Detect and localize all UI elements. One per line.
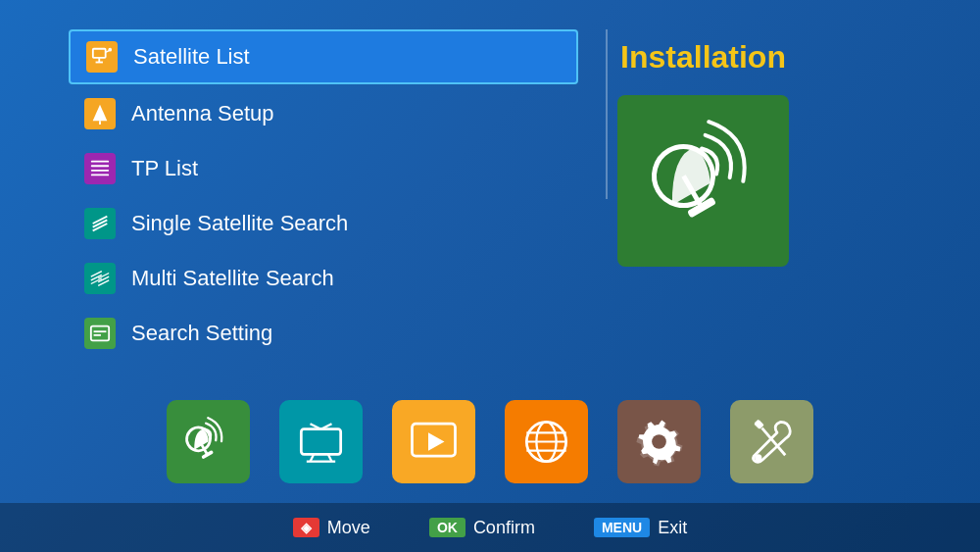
satellite-list-label: Satellite List bbox=[133, 44, 250, 70]
svg-rect-8 bbox=[91, 165, 109, 167]
antenna-setup-label: Antenna Setup bbox=[131, 101, 274, 126]
svg-point-44 bbox=[755, 454, 761, 461]
svg-point-4 bbox=[108, 48, 112, 52]
menu-item-multi-satellite[interactable]: Multi Satellite Search bbox=[69, 253, 578, 304]
single-satellite-icon bbox=[84, 208, 116, 239]
multi-satellite-icon bbox=[84, 263, 116, 294]
svg-rect-22 bbox=[94, 334, 101, 336]
svg-rect-20 bbox=[91, 326, 109, 341]
svg-line-13 bbox=[93, 224, 108, 230]
tp-list-label: TP List bbox=[131, 156, 198, 181]
confirm-badge: OK bbox=[429, 518, 466, 537]
antenna-setup-icon bbox=[84, 98, 116, 129]
bottom-icon-tools[interactable] bbox=[730, 400, 813, 483]
menu-item-antenna-setup[interactable]: Antenna Setup bbox=[69, 88, 578, 139]
move-badge: ◈ bbox=[293, 518, 319, 537]
menu-item-tp-list[interactable]: TP List bbox=[69, 143, 578, 194]
single-satellite-label: Single Satellite Search bbox=[131, 211, 348, 236]
multi-satellite-label: Multi Satellite Search bbox=[131, 266, 334, 291]
bottom-icon-tv[interactable] bbox=[279, 400, 363, 483]
satellite-graphic bbox=[617, 95, 789, 267]
divider bbox=[606, 29, 608, 199]
exit-badge: MENU bbox=[594, 518, 650, 537]
svg-point-43 bbox=[652, 434, 666, 449]
svg-rect-7 bbox=[91, 161, 109, 163]
svg-marker-5 bbox=[93, 105, 108, 122]
bottom-icon-internet[interactable] bbox=[505, 400, 588, 483]
search-setting-label: Search Setting bbox=[131, 321, 272, 346]
svg-rect-0 bbox=[93, 49, 106, 58]
svg-rect-10 bbox=[91, 175, 109, 176]
status-confirm: OK Confirm bbox=[429, 518, 535, 538]
svg-line-11 bbox=[93, 217, 108, 224]
installation-title: Installation bbox=[620, 39, 786, 75]
status-bar: ◈ Move OK Confirm MENU Exit bbox=[0, 503, 980, 552]
exit-label: Exit bbox=[658, 518, 687, 538]
menu-item-search-setting[interactable]: Search Setting bbox=[69, 308, 578, 359]
svg-rect-9 bbox=[91, 170, 109, 172]
satellite-list-icon bbox=[86, 41, 118, 73]
menu-item-single-satellite[interactable]: Single Satellite Search bbox=[69, 198, 578, 249]
move-label: Move bbox=[327, 518, 370, 538]
status-exit: MENU Exit bbox=[594, 518, 687, 538]
bottom-icon-satellite[interactable] bbox=[167, 400, 250, 483]
bottom-icon-media[interactable] bbox=[392, 400, 475, 483]
svg-rect-28 bbox=[201, 450, 214, 460]
svg-line-12 bbox=[93, 220, 108, 226]
right-panel: Installation bbox=[617, 29, 789, 363]
tp-list-icon bbox=[84, 153, 116, 184]
svg-rect-29 bbox=[301, 429, 340, 455]
menu-item-satellite-list[interactable]: Satellite List bbox=[69, 29, 578, 84]
svg-marker-36 bbox=[428, 432, 445, 450]
menu-panel: Satellite List Antenna Setup bbox=[69, 29, 578, 363]
bottom-icon-settings[interactable] bbox=[617, 400, 701, 483]
search-setting-icon bbox=[84, 318, 116, 349]
status-move: ◈ Move bbox=[293, 518, 370, 538]
bottom-icons bbox=[0, 400, 980, 483]
main-content: Satellite List Antenna Setup bbox=[0, 0, 980, 363]
svg-rect-21 bbox=[94, 330, 107, 332]
confirm-label: Confirm bbox=[473, 518, 535, 538]
